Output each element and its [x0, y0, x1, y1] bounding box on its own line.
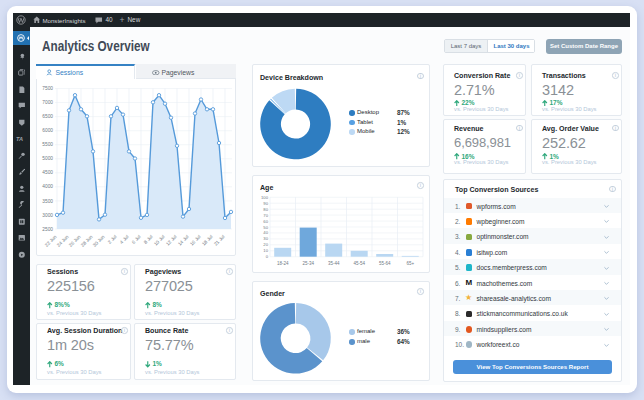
svg-text:50: 50 [263, 225, 268, 230]
svg-text:30 Jun: 30 Jun [92, 234, 106, 248]
svg-text:30: 30 [263, 236, 268, 241]
svg-text:0: 0 [266, 254, 269, 259]
svg-text:16 Jul: 16 Jul [189, 234, 202, 247]
svg-text:5000: 5000 [42, 156, 53, 161]
svg-text:55-64: 55-64 [379, 261, 391, 266]
svg-text:7500: 7500 [42, 86, 53, 91]
svg-text:5500: 5500 [42, 142, 53, 147]
svg-text:24 Jun: 24 Jun [56, 234, 70, 248]
svg-text:18 Jul: 18 Jul [201, 234, 214, 247]
svg-text:12 Jul: 12 Jul [165, 234, 178, 247]
svg-text:45-54: 45-54 [353, 261, 365, 266]
svg-text:28 Jun: 28 Jun [80, 234, 94, 248]
svg-text:90: 90 [263, 201, 268, 206]
svg-text:60: 60 [263, 219, 268, 224]
svg-text:21 Jul: 21 Jul [213, 234, 226, 247]
svg-text:2 Jul: 2 Jul [107, 234, 118, 245]
svg-text:3500: 3500 [42, 199, 53, 204]
svg-text:4000: 4000 [42, 184, 53, 189]
svg-text:18-24: 18-24 [277, 261, 289, 266]
svg-text:10: 10 [263, 248, 268, 253]
svg-text:14 Jul: 14 Jul [177, 234, 190, 247]
svg-text:40: 40 [263, 230, 268, 235]
svg-text:6500: 6500 [42, 114, 53, 119]
svg-text:35-44: 35-44 [328, 261, 340, 266]
svg-text:2500: 2500 [42, 227, 53, 232]
svg-text:22 Jun: 22 Jun [44, 234, 58, 248]
svg-text:4500: 4500 [42, 170, 53, 175]
svg-text:100: 100 [261, 195, 269, 200]
svg-text:80: 80 [263, 207, 268, 212]
svg-text:6000: 6000 [42, 128, 53, 133]
svg-text:20: 20 [263, 242, 268, 247]
svg-text:26 Jun: 26 Jun [68, 234, 82, 248]
svg-text:10 Jul: 10 Jul [153, 234, 166, 247]
svg-text:4 Jul: 4 Jul [119, 234, 130, 245]
svg-text:65+: 65+ [406, 261, 414, 266]
svg-text:70: 70 [263, 213, 268, 218]
svg-text:7000: 7000 [42, 100, 53, 105]
svg-text:6 Jul: 6 Jul [131, 234, 142, 245]
svg-text:3000: 3000 [42, 213, 53, 218]
svg-text:25-34: 25-34 [302, 261, 314, 266]
